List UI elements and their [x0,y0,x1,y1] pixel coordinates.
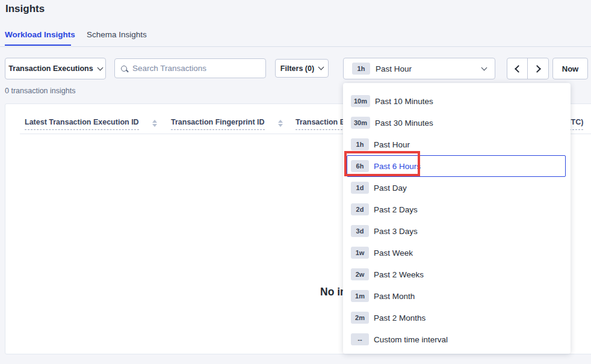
sort-icon[interactable] [278,120,283,127]
interval-badge: 1m [351,290,369,302]
table-column-header: Latest Transaction Execution ID [25,118,157,130]
table-column-header: Transaction Fingerprint ID [171,118,283,130]
chevron-down-icon [97,64,103,70]
column-header-label: Latest Transaction Execution ID [25,118,139,130]
interval-badge: 6h [351,160,369,172]
insights-page: Insights Workload Insights Schema Insigh… [0,0,591,364]
time-interval-dropdown-button[interactable]: 1h Past Hour [343,58,495,79]
interval-label: Past 2 Months [374,313,425,322]
now-button[interactable]: Now [552,58,588,79]
time-interval-option[interactable]: 2w Past 2 Weeks [343,264,571,285]
time-interval-option[interactable]: 1h Past Hour [343,134,571,155]
interval-label: Past Week [374,248,413,258]
interval-badge: 2d [351,203,369,215]
interval-badge: 1w [351,247,369,259]
time-interval-label: Past Hour [376,64,412,73]
prev-interval-button[interactable] [507,58,528,79]
interval-label: Past Day [374,184,407,193]
time-interval-menu: 10m Past 10 Minutes 30m Past 30 Minutes … [343,83,571,354]
time-interval-option[interactable]: 6h Past 6 Hours [347,155,566,177]
interval-label: Past 10 Minutes [375,97,433,106]
interval-badge: 2m [351,312,369,324]
interval-label: Past 6 Hours [374,162,421,171]
interval-label: Past 2 Weeks [374,270,424,279]
search-icon [121,66,127,72]
interval-badge: 2w [351,268,369,280]
chevron-down-icon [481,65,487,71]
interval-badge: 1h [351,138,369,150]
chevron-right-icon [533,65,541,73]
filters-button[interactable]: Filters (0) [275,59,329,78]
interval-badge: 1d [351,182,369,194]
interval-badge: -- [351,333,369,345]
time-interval-option[interactable]: 10m Past 10 Minutes [343,90,571,112]
tabs-divider [0,46,591,47]
search-input[interactable] [132,64,259,73]
interval-label: Past 3 Days [374,227,418,236]
time-interval-pager [507,58,549,79]
next-interval-button[interactable] [528,58,548,79]
tab-schema-insights[interactable]: Schema Insights [87,30,147,39]
interval-badge: 30m [351,117,370,129]
tab-workload-insights[interactable]: Workload Insights [5,30,75,39]
interval-label: Past 30 Minutes [375,119,433,128]
active-tab-underline [5,45,71,46]
interval-badge: 3d [351,225,369,237]
time-interval-badge: 1h [352,63,370,75]
column-header-label: Transaction Fingerprint ID [171,118,265,130]
interval-label: Past Hour [374,140,410,149]
time-interval-option[interactable]: 1d Past Day [343,177,571,199]
chevron-down-icon [318,64,324,70]
time-interval-option[interactable]: 2d Past 2 Days [343,199,571,220]
interval-badge: 10m [351,95,370,107]
chevron-left-icon [515,65,522,73]
time-interval-option[interactable]: -- Custom time interval [343,329,571,350]
interval-label: Past 2 Days [374,205,418,214]
insights-count: 0 transaction insights [5,87,75,95]
time-interval-option[interactable]: 3d Past 3 Days [343,220,571,242]
search-box[interactable] [114,58,266,78]
time-interval-option[interactable]: 2m Past 2 Months [343,307,571,329]
sort-icon[interactable] [152,120,157,127]
time-interval-option[interactable]: 1m Past Month [343,285,571,307]
interval-label: Custom time interval [374,335,448,344]
interval-label: Past Month [374,292,415,301]
page-title: Insights [5,3,45,15]
filters-label: Filters (0) [280,64,314,73]
time-interval-option[interactable]: 1w Past Week [343,242,571,264]
transaction-type-label: Transaction Executions [8,64,93,73]
time-interval-option[interactable]: 30m Past 30 Minutes [343,112,571,134]
transaction-type-dropdown[interactable]: Transaction Executions [5,58,106,79]
